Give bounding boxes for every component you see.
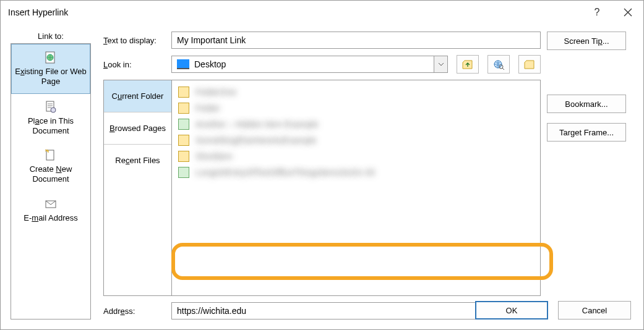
browse-file-button[interactable]: [518, 55, 541, 74]
linkto-existing-file[interactable]: Existing File or Web Page: [11, 44, 90, 94]
list-item[interactable]: Shortitem: [178, 148, 534, 164]
link-to-panel: Existing File or Web Page Place in This …: [11, 43, 91, 319]
list-item[interactable]: SomethingElseHereAsExample: [178, 132, 534, 148]
titlebar: Insert Hyperlink ?: [1, 1, 643, 24]
list-item[interactable]: Another – Hidden Item Example: [178, 116, 534, 132]
folder-icon: [178, 135, 189, 146]
list-item[interactable]: FolderOne: [178, 84, 534, 100]
tab-browsed-pages[interactable]: Browsed Pages: [104, 112, 171, 145]
close-button[interactable]: [612, 1, 643, 24]
browse-tabs: Current Folder Browsed Pages Recent File…: [103, 80, 171, 296]
tab-recent-files[interactable]: Recent Files: [104, 145, 171, 176]
email-icon: [44, 197, 58, 211]
desktop-icon: [177, 59, 189, 69]
list-item[interactable]: Folder: [178, 100, 534, 116]
bookmark-button[interactable]: Bookmark...: [547, 95, 626, 113]
globe-page-icon: [44, 51, 58, 64]
target-frame-button[interactable]: Target Frame...: [547, 123, 626, 142]
text-to-display-input[interactable]: [171, 32, 541, 49]
dialog-title: Insert Hyperlink: [8, 7, 68, 17]
list-item[interactable]: LongishEntryOfTextOfficeThingsItemsSoOn …: [178, 164, 534, 180]
svg-point-3: [51, 108, 56, 112]
address-input[interactable]: [172, 303, 526, 319]
cancel-button[interactable]: Cancel: [558, 301, 631, 319]
folder-icon: [178, 151, 189, 162]
link-to-label: Link to:: [38, 32, 64, 41]
folder-icon: [178, 87, 189, 98]
linkto-create-new[interactable]: Create New Document: [11, 142, 90, 191]
tab-current-folder[interactable]: Current Folder: [104, 80, 171, 112]
look-in-label: Look in:: [103, 60, 171, 69]
look-in-select[interactable]: Desktop: [171, 56, 448, 73]
file-icon: [178, 119, 189, 130]
insert-hyperlink-dialog: Insert Hyperlink ? Link to: Existing Fil…: [0, 0, 644, 330]
help-button[interactable]: ?: [582, 1, 612, 24]
address-label: Address:: [103, 307, 171, 316]
folder-icon: [178, 103, 189, 114]
chevron-down-icon[interactable]: [434, 56, 447, 72]
linkto-place-in-doc[interactable]: Place in This Document: [11, 94, 90, 143]
document-anchor-icon: [44, 100, 58, 114]
new-document-icon: [44, 148, 58, 162]
screentip-button[interactable]: Screen Tip...: [547, 32, 626, 50]
browse-web-button[interactable]: [487, 55, 510, 74]
ok-button[interactable]: OK: [475, 301, 548, 319]
linkto-email-address[interactable]: E-mail Address: [11, 191, 90, 229]
text-to-display-label: Text to display:: [103, 36, 171, 45]
file-icon: [178, 167, 189, 178]
file-list[interactable]: FolderOne Folder Another – Hidden Item E…: [171, 80, 541, 296]
up-one-level-button[interactable]: [457, 55, 479, 74]
